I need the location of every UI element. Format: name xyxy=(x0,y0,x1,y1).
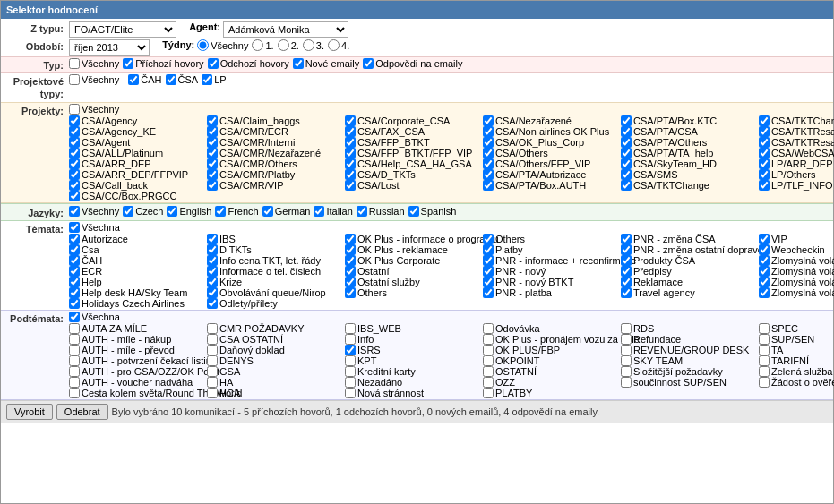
tyden2-radio[interactable] xyxy=(278,39,289,51)
proj-item-42[interactable]: CSA/CC/Box.PRGCC xyxy=(69,191,202,201)
proj-item-26[interactable]: CSA/Help_CSA_HA_GSA xyxy=(345,158,477,169)
tema-37[interactable]: Odlety/přílety xyxy=(207,298,340,309)
tema-36[interactable]: Holidays Czech Airlines xyxy=(69,298,202,309)
proj-item-24[interactable]: CSA/ARR_DEP xyxy=(69,158,202,169)
proj-item-20[interactable]: CSA/FFP_BTKT/FFP_VIP xyxy=(345,148,477,158)
tydny-all-item[interactable]: Všechny xyxy=(197,39,248,51)
z-typu-select[interactable]: FO/AGT/Elite xyxy=(69,21,176,38)
podtema-10[interactable]: Refundace xyxy=(621,334,753,345)
tyden3-item[interactable]: 3. xyxy=(303,39,324,51)
podtema-36[interactable]: Cesta kolem světa/Round The World xyxy=(69,388,202,398)
podtema-20[interactable]: KPT xyxy=(345,355,477,366)
tema-35[interactable]: Zlomyslná volání xyxy=(759,287,834,298)
tema-10[interactable]: PNR - změna ostatní dopravci xyxy=(621,244,753,255)
podtema-31[interactable]: HA xyxy=(207,377,340,388)
proj-item-40[interactable]: CSA/TKTChange xyxy=(621,180,753,191)
tema-4[interactable]: PNR - změna ČSA xyxy=(621,234,753,244)
podtema-26[interactable]: Kreditní karty xyxy=(345,366,477,377)
tema-12[interactable]: ČAH xyxy=(69,255,202,266)
proj-item-41[interactable]: LP/TLF_INFO xyxy=(759,180,834,191)
podtema-32[interactable]: Nezadáno xyxy=(345,377,477,388)
podtema-27[interactable]: OSTATNÍ xyxy=(483,366,615,377)
tema-24[interactable]: Help xyxy=(69,277,202,287)
projekty-all-cb[interactable] xyxy=(69,104,80,115)
proj-typy-lp-item[interactable]: LP xyxy=(202,74,226,85)
podtema-39[interactable]: PLATBY xyxy=(483,388,615,398)
lang-czech[interactable]: Czech xyxy=(123,206,163,217)
agent-select[interactable]: Adámková Monika xyxy=(223,21,348,38)
podtema-37[interactable]: HCA xyxy=(207,388,340,398)
proj-item-5[interactable]: CSA/TKTChange/FFP_VIP xyxy=(759,115,834,126)
tema-13[interactable]: Info cena TKT, let. řády xyxy=(207,255,340,266)
proj-item-27[interactable]: CSA/Others/FFP_VIP xyxy=(483,158,615,169)
podtema-18[interactable]: AUTH - potvrzení čekací listiny xyxy=(69,355,202,366)
proj-item-11[interactable]: CSA/TKTResa xyxy=(759,126,834,137)
prichozi-item[interactable]: Příchozí hovory xyxy=(123,58,203,69)
tema-22[interactable]: Předpisy xyxy=(621,266,753,277)
podtemata-all-cb[interactable] xyxy=(69,312,80,322)
podtema-17[interactable]: TA xyxy=(759,345,834,355)
odpovedi-cb[interactable] xyxy=(363,58,374,69)
vyrobit-button[interactable]: Vyrobit xyxy=(6,404,53,420)
podtema-5[interactable]: SPEC xyxy=(759,323,834,334)
odpovedi-item[interactable]: Odpovědi na emaily xyxy=(363,58,462,69)
proj-item-36[interactable]: CSA/Call_back xyxy=(69,180,202,191)
tema-7[interactable]: D TKTs xyxy=(207,244,340,255)
podtema-7[interactable]: CSA OSTATNÍ xyxy=(207,334,340,345)
podtema-1[interactable]: CMR POŽADAVKY xyxy=(207,323,340,334)
proj-item-15[interactable]: CSA/OK_Plus_Corp xyxy=(483,137,615,148)
tema-33[interactable]: PNR - platba xyxy=(483,287,615,298)
podtema-30[interactable]: AUTH - voucher nadváha xyxy=(69,377,202,388)
proj-item-21[interactable]: CSA/Others xyxy=(483,148,615,158)
proj-item-9[interactable]: CSA/Non airlines OK Plus xyxy=(483,126,615,137)
tema-2[interactable]: OK Plus - informace o programu xyxy=(345,234,477,244)
tydny-all-radio[interactable] xyxy=(197,39,209,51)
tema-11[interactable]: Webcheckin xyxy=(759,244,834,255)
tema-5[interactable]: VIP xyxy=(759,234,834,244)
tema-6[interactable]: Csa xyxy=(69,244,202,255)
proj-item-1[interactable]: CSA/Claim_baggs xyxy=(207,115,340,126)
podtema-12[interactable]: AUTH - míle - převod xyxy=(69,345,202,355)
tema-8[interactable]: OK Plus - reklamace xyxy=(345,244,477,255)
typ-all-item[interactable]: Všechny xyxy=(69,58,119,69)
proj-item-16[interactable]: CSA/PTA/Others xyxy=(621,137,753,148)
proj-item-22[interactable]: CSA/PTA/TA_help xyxy=(621,148,753,158)
tema-34[interactable]: Travel agency xyxy=(621,287,753,298)
podtema-4[interactable]: RDS xyxy=(621,323,753,334)
tyden2-item[interactable]: 2. xyxy=(278,39,299,51)
proj-item-3[interactable]: CSA/Nezařazené xyxy=(483,115,615,126)
podtema-15[interactable]: OK PLUS/FBP xyxy=(483,345,615,355)
tema-17[interactable]: Zlomyslná volání xyxy=(759,255,834,266)
proj-item-6[interactable]: CSA/Agency_KE xyxy=(69,126,202,137)
podtema-29[interactable]: Zelená služba FO xyxy=(759,366,834,377)
tema-31[interactable]: Obvolávání queue/Nirop xyxy=(207,287,340,298)
proj-item-12[interactable]: CSA/Agent xyxy=(69,137,202,148)
nove-emaily-item[interactable]: Nové emaily xyxy=(293,58,360,69)
tyden3-radio[interactable] xyxy=(303,39,314,51)
proj-item-30[interactable]: CSA/ARR_DEP/FFPVIP xyxy=(69,169,202,180)
tema-20[interactable]: Ostatní xyxy=(345,266,477,277)
lang-english[interactable]: English xyxy=(167,206,211,217)
proj-item-35[interactable]: LP/Others xyxy=(759,169,834,180)
proj-item-38[interactable]: CSA/Lost xyxy=(345,180,477,191)
proj-item-37[interactable]: CSA/CMR/VIP xyxy=(207,180,340,191)
proj-typy-all-item[interactable]: Všechny xyxy=(69,74,119,85)
podtema-35[interactable]: Žádost o ověření s OK Plus xyxy=(759,377,834,388)
proj-item-0[interactable]: CSA/Agency xyxy=(69,115,202,126)
tema-18[interactable]: ECR xyxy=(69,266,202,277)
podtema-25[interactable]: GSA xyxy=(207,366,340,377)
lang-german[interactable]: German xyxy=(262,206,311,217)
proj-typy-csa-cb[interactable] xyxy=(166,74,176,85)
podtema-19[interactable]: DENYS xyxy=(207,355,340,366)
tyden1-item[interactable]: 1. xyxy=(252,39,273,51)
nove-emaily-cb[interactable] xyxy=(293,58,304,69)
tema-16[interactable]: Produkty ČSA xyxy=(621,255,753,266)
proj-typy-csa-item[interactable]: ČSA xyxy=(166,74,199,85)
lang-italian[interactable]: Italian xyxy=(314,206,352,217)
tema-21[interactable]: PNR - nový xyxy=(483,266,615,277)
temata-all-item[interactable]: Všechna xyxy=(69,222,120,233)
podtema-11[interactable]: SUP/SEN xyxy=(759,334,834,345)
temata-all-cb[interactable] xyxy=(69,222,80,233)
podtema-34[interactable]: součinnost SUP/SEN xyxy=(621,377,753,388)
proj-item-29[interactable]: LP/ARR_DEP xyxy=(759,158,834,169)
